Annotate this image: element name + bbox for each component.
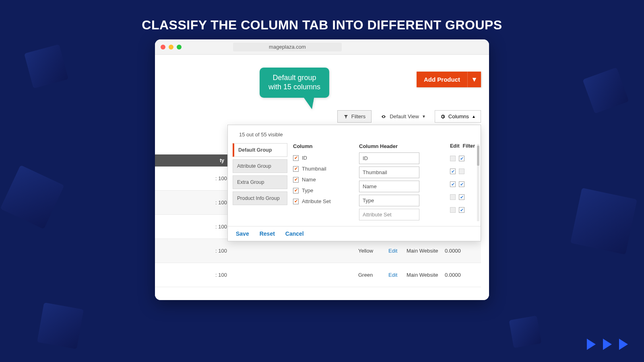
- caret-up-icon: ▲: [472, 114, 476, 119]
- save-button[interactable]: Save: [236, 230, 249, 237]
- callout-bubble: Default group with 15 columns: [260, 68, 329, 98]
- decorative-cube: [582, 67, 629, 113]
- decorative-cube: [24, 44, 68, 88]
- decorative-arrows: [587, 339, 628, 350]
- cell-number: 0.0000: [445, 248, 461, 254]
- columns-panel: 15 out of 55 visible Default Group Attri…: [227, 125, 481, 241]
- cell-color: Yellow: [358, 248, 373, 254]
- decorative-cube: [37, 302, 84, 349]
- column-name: Type: [302, 187, 313, 193]
- gear-icon: [440, 114, 446, 119]
- edit-checkbox: [450, 207, 456, 213]
- callout-line: with 15 columns: [268, 82, 320, 92]
- edit-heading: Edit: [450, 143, 460, 149]
- add-product-button[interactable]: Add Product ▼: [417, 72, 481, 87]
- column-name: Attribute Set: [302, 198, 331, 204]
- group-tab-default[interactable]: Default Group: [233, 143, 287, 157]
- default-view-button[interactable]: Default View ▼: [378, 111, 428, 122]
- column-checkbox[interactable]: [293, 166, 299, 172]
- columns-button[interactable]: Columns ▲: [435, 110, 481, 123]
- filter-heading: Filter: [463, 143, 475, 149]
- cell-qty: : 100: [215, 224, 227, 230]
- filter-checkbox[interactable]: [459, 156, 464, 161]
- cancel-button[interactable]: Cancel: [285, 230, 304, 237]
- group-tab-attribute[interactable]: Attribute Group: [233, 159, 287, 173]
- browser-chrome: mageplaza.com: [155, 39, 489, 55]
- filter-checkbox: [459, 169, 464, 174]
- edit-checkbox: [450, 194, 456, 200]
- column-header-input[interactable]: [359, 195, 419, 206]
- grid-header-fragment: ty: [155, 154, 227, 167]
- eye-icon: [380, 114, 387, 119]
- url-bar[interactable]: mageplaza.com: [233, 43, 342, 51]
- filter-checkbox[interactable]: [459, 194, 464, 200]
- cell-qty: : 100: [215, 272, 227, 278]
- panel-scrollbar[interactable]: [477, 144, 479, 221]
- row-edit-link[interactable]: Edit: [388, 248, 397, 254]
- funnel-icon: [343, 114, 349, 119]
- filters-button[interactable]: Filters: [337, 110, 372, 123]
- column-header-input[interactable]: [359, 181, 419, 192]
- page-title: CLASSIFY THE COLUMN TAB INTO DIFFERENT G…: [0, 0, 644, 33]
- callout-line: Default group: [268, 73, 320, 82]
- column-header-input[interactable]: [359, 152, 419, 164]
- column-checkbox[interactable]: [293, 177, 299, 183]
- decorative-cube: [0, 165, 64, 229]
- cell-qty: : 100: [215, 248, 227, 254]
- default-view-label: Default View: [390, 113, 419, 119]
- cell-qty: : 100: [215, 175, 227, 181]
- add-product-label[interactable]: Add Product: [417, 72, 467, 87]
- row-edit-link[interactable]: Edit: [388, 272, 397, 278]
- columns-label: Columns: [448, 113, 469, 119]
- cell-qty: : 100: [215, 200, 227, 206]
- add-product-dropdown[interactable]: ▼: [467, 72, 481, 87]
- group-tab-product-info[interactable]: Product Info Group: [233, 191, 287, 205]
- browser-window: mageplaza.com Default group with 15 colu…: [155, 39, 489, 300]
- reset-button[interactable]: Reset: [260, 230, 275, 237]
- group-tab-extra[interactable]: Extra Group: [233, 175, 287, 189]
- group-list: Default Group Attribute Group Extra Grou…: [233, 143, 287, 223]
- caret-down-icon: ▼: [422, 114, 426, 119]
- column-name: Thumbnail: [302, 166, 326, 172]
- filter-checkbox[interactable]: [459, 207, 464, 213]
- cell-color: Green: [358, 272, 373, 278]
- table-row[interactable]: : 100 Green Edit Main Website 0.0000: [155, 263, 481, 287]
- caret-down-icon: ▼: [471, 76, 478, 83]
- decorative-cube: [509, 315, 541, 348]
- column-header-input[interactable]: [359, 209, 419, 220]
- column-checkbox[interactable]: [293, 199, 299, 204]
- filters-label: Filters: [351, 113, 365, 119]
- table-row[interactable]: : 100 Yellow Edit Main Website 0.0000: [155, 239, 481, 263]
- decorative-cube: [570, 188, 637, 255]
- column-name: Name: [302, 177, 316, 183]
- edit-checkbox[interactable]: [450, 181, 456, 187]
- maximize-dot-icon: [177, 45, 182, 49]
- column-checkbox[interactable]: [293, 155, 299, 161]
- column-checkbox[interactable]: [293, 188, 299, 193]
- column-name: ID: [302, 155, 307, 161]
- column-header-input[interactable]: [359, 167, 419, 178]
- cell-website: Main Website: [407, 248, 438, 254]
- column-header-heading: Column Header: [359, 143, 444, 149]
- cell-website: Main Website: [407, 272, 438, 278]
- minimize-dot-icon: [169, 45, 173, 49]
- filter-checkbox[interactable]: [459, 181, 464, 187]
- edit-checkbox: [450, 156, 456, 161]
- visible-columns-summary: 15 out of 55 visible: [228, 131, 481, 143]
- cell-number: 0.0000: [445, 272, 461, 278]
- edit-checkbox[interactable]: [450, 169, 456, 174]
- close-dot-icon: [161, 45, 165, 49]
- column-heading: Column: [293, 143, 353, 149]
